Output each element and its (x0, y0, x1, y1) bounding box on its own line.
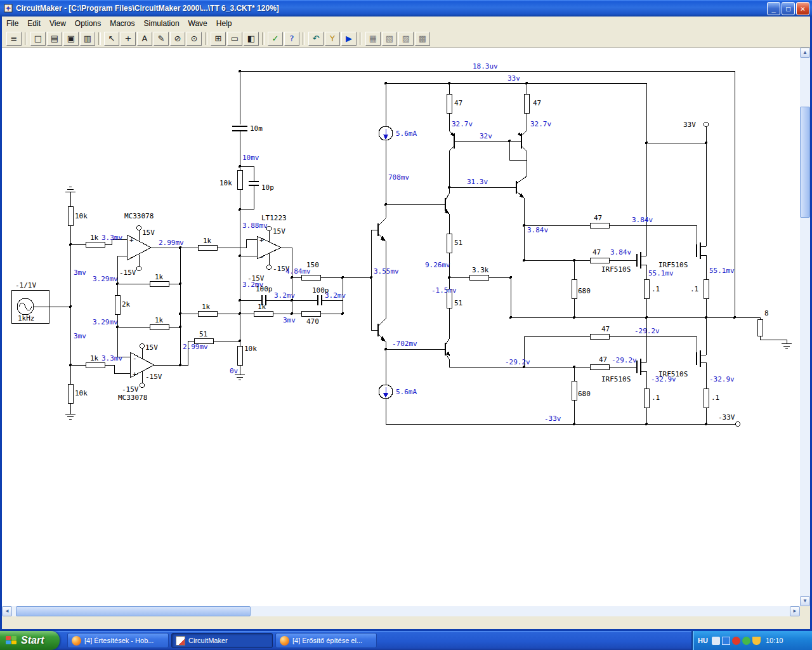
app-icon (3, 3, 13, 13)
schematic-label: 47 (601, 325, 610, 333)
schematic-label: 5.6mA (396, 388, 417, 396)
menu-item-file[interactable]: File (2, 18, 23, 29)
schematic-label: 1k (203, 237, 212, 245)
schematic-label: 47 (593, 248, 601, 256)
schematic-label: 33v (508, 74, 520, 83)
circuitmaker-icon (176, 636, 185, 646)
digital-scope-icon[interactable]: ▩ (415, 32, 430, 46)
update-icon[interactable] (752, 637, 761, 645)
taskbar-button[interactable]: CircuitMaker (171, 633, 273, 648)
report-tool-icon[interactable]: ≡ (6, 32, 22, 46)
schematic-label: 470 (306, 317, 319, 326)
probe-tool-icon[interactable]: Y (325, 32, 340, 46)
schematic-label: -15V (145, 373, 162, 381)
trace-tool-icon[interactable]: ▶ (341, 32, 357, 46)
bjt-emitter-arrows (381, 132, 524, 356)
schematic-label: 3mv (283, 316, 296, 324)
help-tool-icon[interactable]: ? (284, 32, 299, 46)
new-file-icon[interactable]: □ (30, 32, 46, 46)
menu-item-options[interactable]: Options (70, 18, 105, 29)
schematic-label: 680 (578, 287, 591, 295)
schematic-label: 1k (155, 316, 164, 324)
schematic-label: 32.7v (530, 120, 551, 128)
schematic-label: IRF510S (601, 265, 631, 274)
minimize-button[interactable]: _ (767, 2, 780, 15)
restore-button[interactable]: □ (782, 2, 795, 15)
close-button[interactable]: × (796, 2, 809, 15)
menu-item-wave[interactable]: Wave (184, 18, 212, 29)
run-simulation-icon[interactable]: ✓ (268, 32, 283, 46)
schematic-label: IRF510S (601, 375, 631, 383)
window-controls: _ □ × (767, 2, 809, 15)
schematic-label: 51 (454, 299, 462, 307)
digital-display-icon[interactable]: ▦ (365, 32, 381, 46)
menu-bar: FileEditViewOptionsMacrosSimulationWaveH… (2, 17, 810, 30)
zoom-tool-icon[interactable]: ⊙ (187, 32, 202, 46)
menu-item-edit[interactable]: Edit (23, 18, 45, 29)
task-buttons: [4] Értesítések - Hob...CircuitMaker[4] … (67, 633, 377, 648)
schematic-label: 3mv (74, 269, 86, 277)
menu-item-macros[interactable]: Macros (105, 18, 139, 29)
toolbar-separator (98, 32, 101, 45)
scroll-left-button[interactable]: ◄ (2, 606, 12, 616)
scroll-up-button[interactable]: ▲ (800, 48, 810, 58)
schematic-label: 3.2mv (274, 291, 295, 300)
v-scroll-thumb[interactable] (800, 107, 810, 218)
zoom-select-icon[interactable]: ⊞ (211, 32, 226, 46)
digital-grid-icon[interactable]: ▧ (382, 32, 397, 46)
digital-wave-icon[interactable]: ▨ (398, 32, 414, 46)
canvas: 18.3uv33v474732.7v32.7v32v5.6mA33V708mv3… (2, 48, 800, 606)
schematic-label: 8 (764, 309, 769, 317)
delete-tool-icon[interactable]: ⊘ (170, 32, 185, 46)
h-scroll-thumb[interactable] (16, 606, 251, 616)
schematic-label: 1k (202, 303, 211, 311)
titlebar[interactable]: CircuitMaker - [C:\Program Files\Circuit… (0, 0, 812, 17)
schematic-label: 10mv (242, 154, 259, 162)
schematic-label: 3.2mv (325, 291, 346, 300)
schematic-label: 2.99mv (183, 343, 208, 351)
schematic-label: 1k (90, 234, 99, 242)
schematic-canvas[interactable]: 18.3uv33v474732.7v32.7v32v5.6mA33V708mv3… (2, 48, 800, 606)
save-icon[interactable]: ▣ (63, 32, 79, 46)
schematic-label: 3.3mv (102, 354, 122, 362)
schematic-label: 51 (199, 330, 207, 338)
schematic-label: 9.26mv (425, 261, 450, 269)
language-indicator[interactable]: HU (698, 637, 708, 644)
cursor-tool-icon[interactable]: ↖ (104, 32, 119, 46)
schematic-label: 47 (594, 214, 602, 222)
scroll-down-button[interactable]: ▼ (800, 596, 810, 606)
schematic-label: 0v (230, 367, 239, 375)
scroll-right-button[interactable]: ► (790, 606, 800, 616)
text-tool-icon[interactable]: A (137, 32, 152, 46)
schematic-label: 15V (142, 229, 155, 237)
schematic-label: 100p (256, 285, 273, 293)
antivirus-icon[interactable] (732, 637, 740, 645)
schematic-label: MC33078 (124, 212, 154, 220)
print-icon[interactable]: ▥ (80, 32, 95, 46)
schematic-label: 15V (273, 227, 285, 235)
split-view-icon[interactable]: ◧ (244, 32, 259, 46)
wire-tool-icon[interactable]: ✎ (154, 32, 169, 46)
schematic-label: 3.29mv (93, 275, 118, 283)
vertical-scrollbar[interactable]: ▲ ▼ (800, 48, 810, 606)
start-button[interactable]: Start (0, 631, 60, 650)
menu-item-help[interactable]: Help (212, 18, 237, 29)
taskbar: Start [4] Értesítések - Hob...CircuitMak… (0, 631, 812, 650)
taskbar-button[interactable]: [4] Értesítések - Hob... (67, 633, 169, 648)
taskbar-button[interactable]: [4] Erősítő építése el... (275, 633, 377, 648)
schematic-label: 47 (454, 99, 462, 107)
volume-icon[interactable] (712, 637, 720, 645)
open-file-icon[interactable]: ▤ (47, 32, 62, 46)
schematic-label: -15V (119, 269, 136, 277)
network-icon[interactable] (722, 637, 730, 645)
schematic-label: 33V (683, 121, 696, 129)
reset-icon[interactable]: ↶ (308, 32, 324, 46)
schematic-label: .1 (711, 394, 719, 402)
messenger-icon[interactable] (742, 637, 750, 645)
menu-item-view[interactable]: View (45, 18, 70, 29)
schematic-label: 15V (145, 343, 158, 352)
sheet-icon[interactable]: ▭ (227, 32, 242, 46)
horizontal-scrollbar[interactable]: ◄ ► (2, 606, 800, 616)
menu-item-simulation[interactable]: Simulation (140, 18, 184, 29)
place-part-icon[interactable]: + (121, 32, 136, 46)
